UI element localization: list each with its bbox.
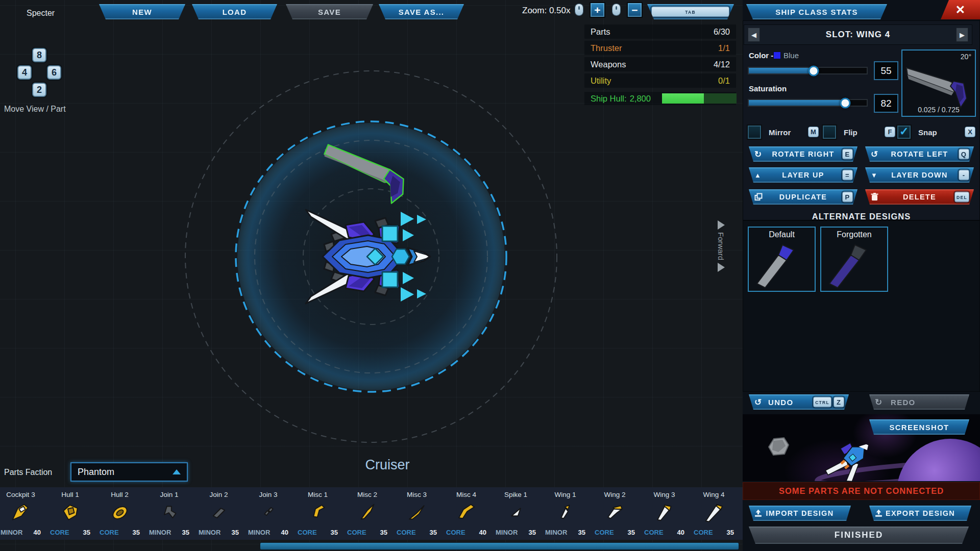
duplicate-key-badge: P [842,192,853,203]
reset-view-button[interactable]: TAB RESET [647,4,734,19]
rotate-ccw-icon: ↺ [871,149,878,160]
saturation-label: Saturation [749,84,787,93]
key-6-right: 6 [47,65,61,80]
part-hull-1-icon [59,503,82,523]
ship-class-stats-button[interactable]: SHIP CLASS STATS [746,4,887,19]
chevron-up-icon [173,469,181,474]
part-cockpit-3[interactable]: Cockpit 3 MINOR40 [0,487,45,540]
trash-icon [871,193,878,201]
flip-checkbox[interactable] [823,126,836,139]
editor-canvas[interactable]: Specter NEW LOAD SAVE SAVE AS... Zoom: 0… [0,0,743,551]
part-spike-1[interactable]: Spike 1 MINOR35 [491,487,541,540]
arrow-down-icon: ▼ [871,171,877,179]
flip-key-badge: F [885,127,895,137]
part-misc-4-icon [455,503,478,523]
key-4-left: 4 [17,65,32,80]
rotate-right-button[interactable]: ↻ ROTATE RIGHT E [749,146,857,162]
zoom-level: Zoom: 0.50x [522,6,571,16]
rotate-right-key-badge: E [842,149,853,160]
rotate-left-button[interactable]: ↺ ROTATE LEFT Q [865,146,974,162]
export-design-button[interactable]: EXPORT DESIGN [869,506,971,521]
stat-parts: Parts6/30 [584,24,736,39]
load-button[interactable]: LOAD [192,4,277,19]
part-wing-1[interactable]: Wing 1 MINOR35 [541,487,590,540]
faction-dropdown-value: Phantom [78,467,114,478]
snap-checkbox[interactable] [897,126,911,139]
part-misc-4[interactable]: Misc 4 CORE40 [442,487,491,540]
part-wing-3-icon [653,503,676,523]
layer-down-key-badge: - [959,170,969,181]
slot-next-button[interactable]: ▶ [956,28,968,42]
rotate-left-key-badge: Q [959,149,969,160]
duplicate-button[interactable]: DUPLICATE P [749,189,857,205]
color-value[interactable]: 55 [875,62,897,79]
part-join-1[interactable]: Join 1 MINOR35 [144,487,194,540]
part-hull-1[interactable]: Hull 1 CORE35 [45,487,95,540]
parts-scrollbar-thumb[interactable] [260,543,739,549]
part-wing-1-icon [554,503,577,523]
save-as-button[interactable]: SAVE AS... [379,4,464,19]
part-misc-1[interactable]: Misc 1 CORE35 [293,487,342,540]
delete-button[interactable]: DELETE DEL [865,189,974,205]
undo-icon: ↺ [754,397,762,408]
zoom-in-button[interactable]: + [591,3,604,17]
key-2-down: 2 [32,83,46,97]
finished-button[interactable]: FINISHED [749,527,969,544]
color-slider-knob[interactable] [808,65,819,76]
part-misc-2[interactable]: Misc 2 CORE35 [342,487,392,540]
redo-icon: ↻ [875,397,882,408]
ctrl-key-badge: CTRL [813,397,831,408]
ship-class-label: Cruiser [336,457,438,473]
part-join-3[interactable]: Join 3 MINOR40 [243,487,293,540]
part-join-2[interactable]: Join 2 MINOR35 [194,487,243,540]
part-join-1-icon [158,503,181,523]
forward-label: Forward [717,232,725,260]
snap-label: Snap [918,128,937,137]
color-slider[interactable] [749,68,867,73]
slot-prev-button[interactable]: ◀ [748,28,760,42]
layer-up-button[interactable]: ▲ LAYER UP = [749,167,857,183]
part-wing-3[interactable]: Wing 3 CORE40 [640,487,689,540]
mirror-checkbox[interactable] [748,126,761,139]
save-button[interactable]: SAVE [286,4,373,19]
design-card-forgotten[interactable]: Forgotten [820,227,888,292]
design-default-blade [749,241,815,291]
arrow-up-icon: ▲ [754,171,761,179]
faction-dropdown[interactable]: Phantom [70,462,188,482]
part-hull-2[interactable]: Hull 2 CORE35 [95,487,144,540]
saturation-slider-knob[interactable] [840,97,851,108]
part-wing-4[interactable]: Wing 4 CORE35 [689,487,739,540]
saturation-slider[interactable] [749,100,867,106]
part-misc-3-icon [406,503,428,523]
key-8-up: 8 [32,48,46,62]
alternate-designs-title: ALTERNATE DESIGNS [743,212,980,221]
snap-key-badge: X [965,127,975,137]
part-hull-2-icon [109,503,131,523]
part-angle: 20° [961,53,971,61]
screenshot-button[interactable]: SCREENSHOT [869,419,969,435]
part-misc-3[interactable]: Misc 3 CORE35 [392,487,442,540]
design-card-default[interactable]: Default [748,227,816,292]
color-swatch [774,52,780,59]
mouse-wheel-up-icon [575,4,583,15]
new-button[interactable]: NEW [99,4,185,19]
zoom-out-button[interactable]: − [628,3,642,17]
undo-button[interactable]: ↺ UNDO CTRL Z [749,394,849,410]
forward-arrow-icon [718,263,725,272]
part-join-2-icon [208,503,230,523]
saturation-value[interactable]: 82 [875,95,897,112]
part-wing-4-icon [703,503,725,523]
part-wing-2[interactable]: Wing 2 CORE35 [590,487,640,540]
stat-thruster: Thruster1/1 [584,41,736,55]
import-icon [754,510,762,517]
import-design-button[interactable]: IMPORT DESIGN [749,506,851,521]
forward-marker: Forward [717,220,725,272]
design-forgotten-blade [821,241,887,291]
slot-header: SLOT: WING 4 ◀ ▶ [744,24,972,45]
flip-label: Flip [844,128,857,137]
layer-down-button[interactable]: ▼ LAYER DOWN - [865,167,974,183]
stat-ship-hull: Ship Hull:2,800 [584,92,736,105]
hull-bar-fill [662,93,704,104]
tab-key-badge: TAB [651,7,729,17]
redo-button[interactable]: ↻ REDO [869,394,969,410]
